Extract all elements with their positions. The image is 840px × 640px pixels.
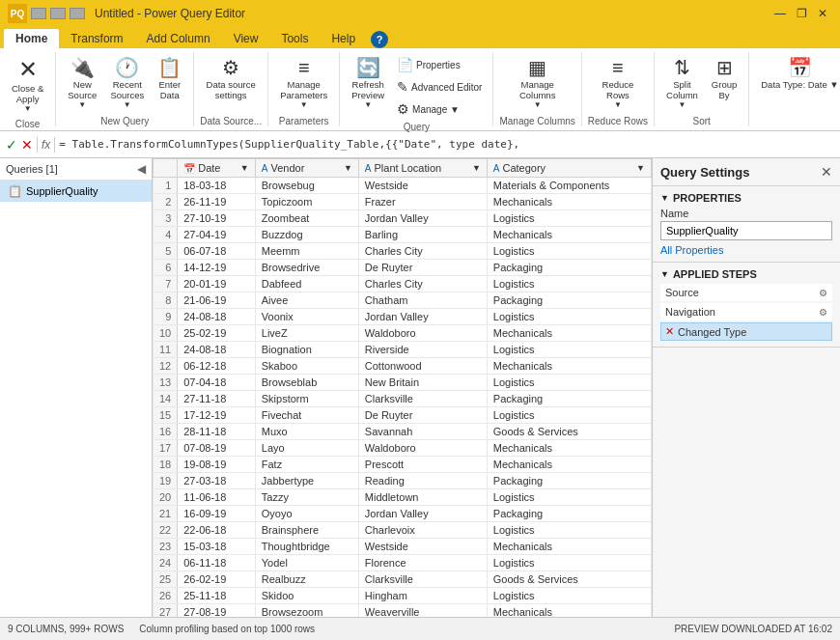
table-row[interactable]: 9 24-08-18 Voonix Jordan Valley Logistic… — [154, 309, 652, 325]
vendor-col-header[interactable]: A Vendor ▼ — [255, 159, 358, 178]
recent-sources-button[interactable]: 🕐 RecentSources ▼ — [104, 54, 150, 113]
table-row[interactable]: 17 07-08-19 Layo Waldoboro Mechanicals — [154, 440, 652, 457]
table-row[interactable]: 24 06-11-18 Yodel Florence Logistics — [154, 555, 652, 571]
restore-button[interactable]: ❐ — [792, 6, 811, 21]
tab-home[interactable]: Home — [4, 29, 59, 48]
step-source-gear-icon[interactable]: ⚙ — [819, 288, 827, 298]
table-row[interactable]: 27 27-08-19 Browsezoom Weaverville Mecha… — [154, 604, 652, 618]
manage-columns-button[interactable]: ▦ ManageColumns ▼ — [514, 54, 562, 113]
vendor-cell: Fivechat — [255, 407, 358, 424]
table-row[interactable]: 16 28-11-18 Muxo Savannah Goods & Servic… — [154, 424, 652, 440]
ribbon-group-transform: 📅 Data Type: Date ▼ ↑ Use First Row as H… — [749, 52, 840, 126]
plant-cell: Riverside — [358, 342, 487, 358]
properties-button[interactable]: 📄 Properties — [392, 54, 487, 75]
category-cell: Logistics — [487, 243, 651, 260]
step-navigation[interactable]: Navigation ⚙ — [660, 303, 832, 320]
refresh-preview-button[interactable]: 🔄 RefreshPreview ▼ — [346, 54, 390, 113]
vendor-col-filter-icon[interactable]: ▼ — [344, 163, 352, 173]
split-column-button[interactable]: ⇅ SplitColumn ▼ — [660, 54, 704, 113]
step-source[interactable]: Source ⚙ — [660, 284, 832, 301]
formula-cancel-button[interactable]: ✕ — [21, 137, 33, 153]
queries-panel-collapse-button[interactable]: ◀ — [137, 162, 146, 176]
vendor-cell: Jabbertype — [255, 473, 358, 489]
table-row[interactable]: 8 21-06-19 Aivee Chatham Packaging — [154, 292, 652, 309]
manage-parameters-button[interactable]: ≡ ManageParameters ▼ — [274, 54, 333, 113]
table-row[interactable]: 4 27-04-19 Buzzdog Barling Mechanicals — [154, 227, 652, 243]
table-row[interactable]: 13 07-04-18 Browseblab New Britain Logis… — [154, 375, 652, 391]
close-apply-button[interactable]: ✕ Close &Apply ▼ — [6, 54, 49, 117]
table-row[interactable]: 25 26-02-19 Realbuzz Clarksville Goods &… — [154, 571, 652, 588]
all-properties-link[interactable]: All Properties — [660, 244, 832, 256]
plant-cell: De Ruyter — [358, 260, 487, 276]
ribbon-group-reduce-rows: ≡ ReduceRows ▼ Reduce Rows — [582, 52, 655, 126]
category-cell: Mechanicals — [487, 457, 651, 473]
table-row[interactable]: 22 22-06-18 Brainsphere Charlevoix Logis… — [154, 522, 652, 539]
formula-input[interactable]: = Table.TransformColumnTypes(SupplierQua… — [59, 138, 834, 151]
minimize-button[interactable]: — — [770, 6, 790, 21]
parameters-label: Parameters — [274, 116, 333, 126]
table-row[interactable]: 12 06-12-18 Skaboo Cottonwood Mechanical… — [154, 358, 652, 375]
undo-icon[interactable] — [50, 8, 66, 19]
step-changed-type-left: ✕ Changed Type — [665, 325, 746, 338]
category-col-filter-icon[interactable]: ▼ — [636, 163, 645, 173]
formula-check-button[interactable]: ✓ — [6, 137, 17, 153]
tab-transform[interactable]: Transform — [59, 29, 134, 48]
close-button[interactable]: ✕ — [813, 6, 832, 21]
redo-icon[interactable] — [70, 8, 85, 19]
table-row[interactable]: 5 06-07-18 Meemm Charles City Logistics — [154, 243, 652, 260]
name-input[interactable] — [660, 221, 832, 240]
step-changed-type[interactable]: ✕ Changed Type — [660, 322, 832, 341]
row-num-cell: 9 — [154, 309, 178, 325]
new-source-button[interactable]: 🔌 NewSource ▼ — [62, 54, 102, 113]
plant-col-header[interactable]: A Plant Location ▼ — [358, 159, 487, 178]
tab-help[interactable]: Help — [320, 29, 367, 48]
vendor-cell: Fatz — [255, 457, 358, 473]
data-grid-container[interactable]: 📅 Date ▼ A Vendor ▼ — [153, 158, 652, 617]
row-num-cell: 17 — [154, 440, 178, 457]
tab-tools[interactable]: Tools — [269, 29, 320, 48]
applied-steps-section-header: ▼ APPLIED STEPS — [660, 268, 832, 280]
data-type-button[interactable]: 📅 Data Type: Date ▼ — [755, 54, 840, 94]
advanced-editor-button[interactable]: ✎ Advanced Editor — [392, 76, 487, 97]
category-col-header[interactable]: A Category ▼ — [487, 159, 651, 178]
help-button[interactable]: ? — [371, 31, 388, 48]
manage-button[interactable]: ⚙ Manage ▼ — [392, 98, 487, 120]
step-navigation-gear-icon[interactable]: ⚙ — [819, 307, 827, 318]
save-icon[interactable] — [31, 8, 46, 19]
row-num-cell: 13 — [154, 375, 178, 391]
date-col-filter-icon[interactable]: ▼ — [240, 163, 249, 173]
table-row[interactable]: 20 11-06-18 Tazzy Middletown Logistics — [154, 489, 652, 506]
table-row[interactable]: 7 20-01-19 Dabfeed Charles City Logistic… — [154, 276, 652, 292]
group-by-button[interactable]: ⊞ GroupBy — [706, 54, 742, 104]
settings-panel-close-button[interactable]: ✕ — [821, 164, 832, 180]
tab-add-column[interactable]: Add Column — [135, 29, 222, 48]
query-item-icon: 📋 — [8, 184, 22, 198]
step-navigation-label: Navigation — [665, 306, 715, 318]
table-row[interactable]: 21 16-09-19 Oyoyo Jordan Valley Packagin… — [154, 506, 652, 522]
enter-data-icon: 📋 — [157, 58, 182, 77]
table-row[interactable]: 15 17-12-19 Fivechat De Ruyter Logistics — [154, 407, 652, 424]
table-row[interactable]: 19 27-03-18 Jabbertype Reading Packaging — [154, 473, 652, 489]
table-row[interactable]: 26 25-11-18 Skidoo Hingham Logistics — [154, 588, 652, 604]
table-row[interactable]: 2 26-11-19 Topiczoom Frazer Mechanicals — [154, 194, 652, 210]
window-controls[interactable]: — ❐ ✕ — [770, 6, 832, 21]
close-buttons: ✕ Close &Apply ▼ — [6, 54, 49, 117]
reduce-rows-button[interactable]: ≡ ReduceRows ▼ — [597, 54, 640, 113]
table-row[interactable]: 18 19-08-19 Fatz Prescott Mechanicals — [154, 457, 652, 473]
table-row[interactable]: 1 18-03-18 Browsebug Westside Materials … — [154, 178, 652, 194]
table-row[interactable]: 11 24-08-18 Biognation Riverside Logisti… — [154, 342, 652, 358]
tab-view[interactable]: View — [222, 29, 270, 48]
plant-col-filter-icon[interactable]: ▼ — [472, 163, 481, 173]
table-row[interactable]: 3 27-10-19 Zoombeat Jordan Valley Logist… — [154, 210, 652, 227]
query-item-supplier-quality[interactable]: 📋 SupplierQuality — [0, 181, 152, 202]
table-row[interactable]: 6 14-12-19 Browsedrive De Ruyter Packagi… — [154, 260, 652, 276]
ribbon-group-query: 🔄 RefreshPreview ▼ 📄 Properties ✎ Advanc… — [340, 52, 493, 126]
enter-data-button[interactable]: 📋 EnterData — [152, 54, 187, 104]
row-num-cell: 21 — [154, 506, 178, 522]
table-row[interactable]: 14 27-11-18 Skipstorm Clarksville Packag… — [154, 391, 652, 407]
category-cell: Logistics — [487, 489, 651, 506]
data-source-settings-button[interactable]: ⚙ Data sourcesettings — [201, 54, 262, 104]
date-col-header[interactable]: 📅 Date ▼ — [178, 159, 256, 178]
table-row[interactable]: 10 25-02-19 LiveZ Waldoboro Mechanicals — [154, 325, 652, 342]
table-row[interactable]: 23 15-03-18 Thoughtbridge Westside Mecha… — [154, 539, 652, 555]
